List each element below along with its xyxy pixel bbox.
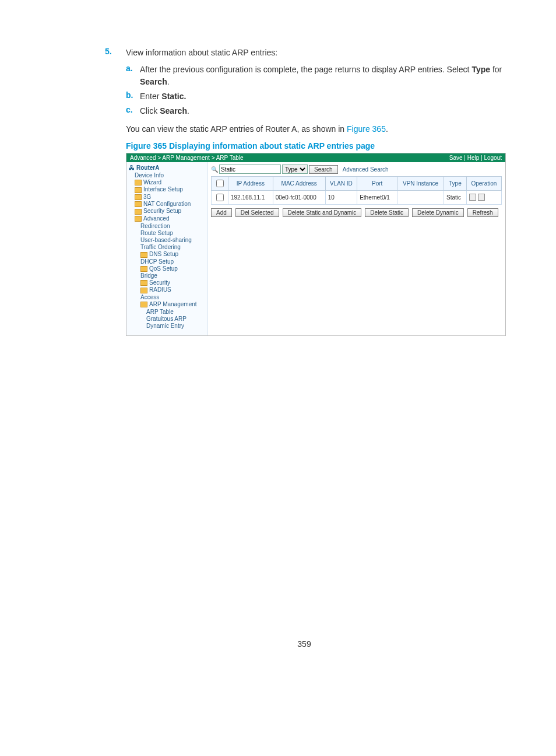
page-number: 359 — [105, 639, 504, 649]
substep-c-letter: c. — [126, 105, 140, 114]
sidebar-item[interactable]: QoS Setup — [140, 265, 205, 272]
row-checkbox[interactable] — [216, 194, 224, 201]
cell-type: Static — [444, 191, 467, 205]
step-number: 5. — [105, 47, 126, 56]
delete-static-button[interactable]: Delete Static — [365, 208, 409, 217]
figure-caption: Figure 365 Displaying information about … — [126, 141, 504, 150]
sidebar: 🖧 RouterA Device Info Wizard Interface S… — [126, 162, 207, 335]
figure-link[interactable]: Figure 365 — [347, 124, 386, 134]
refresh-button[interactable]: Refresh — [467, 208, 498, 217]
search-input[interactable] — [219, 164, 281, 174]
main-panel: 🔍 Type Search Advanced Search IP Address… — [207, 162, 505, 335]
result-note: You can view the static ARP entries of R… — [126, 123, 504, 135]
col-mac[interactable]: MAC Address — [273, 177, 325, 191]
sidebar-item[interactable]: NAT Configuration — [135, 201, 205, 207]
sidebar-item[interactable]: DHCP Setup — [140, 258, 205, 265]
del-selected-button[interactable]: Del Selected — [235, 208, 279, 217]
sidebar-item[interactable]: Security — [140, 279, 205, 286]
search-icon: 🔍 — [211, 166, 218, 173]
sidebar-item[interactable]: DNS Setup — [140, 251, 205, 257]
sidebar-item[interactable]: RADIUS — [140, 286, 205, 293]
breadcrumb: Advanced > ARP Management > ARP Table — [130, 155, 244, 161]
substep-a-text: After the previous configuration is comp… — [140, 64, 504, 88]
table-row: 192.168.11.1 00e0-fc01-0000 10 Ethernet0… — [212, 191, 502, 205]
screenshot: Advanced > ARP Management > ARP Table Sa… — [126, 153, 506, 336]
sidebar-item[interactable]: Device Info — [135, 172, 205, 178]
cell-mac: 00e0-fc01-0000 — [273, 191, 325, 205]
col-type[interactable]: Type — [444, 177, 467, 191]
col-vlan[interactable]: VLAN ID — [325, 177, 357, 191]
sidebar-item[interactable]: Route Setup — [140, 230, 205, 236]
sidebar-item[interactable]: Access — [140, 294, 205, 300]
cell-vlan: 10 — [325, 191, 357, 205]
sidebar-item[interactable]: User-based-sharing — [140, 237, 205, 243]
cell-vpn — [397, 191, 444, 205]
sidebar-item[interactable]: Redirection — [140, 223, 205, 229]
device-root[interactable]: 🖧 RouterA — [129, 164, 205, 171]
delete-static-dynamic-button[interactable]: Delete Static and Dynamic — [283, 208, 362, 217]
col-vpn[interactable]: VPN Instance — [397, 177, 444, 191]
sidebar-item[interactable]: Bridge — [140, 272, 205, 279]
substep-b-text: Enter Static. — [140, 90, 504, 103]
sidebar-item[interactable]: ARP Table — [146, 309, 205, 315]
select-all-checkbox[interactable] — [216, 180, 224, 187]
col-port[interactable]: Port — [357, 177, 397, 191]
sidebar-item[interactable]: Security Setup — [135, 208, 205, 214]
substep-b-letter: b. — [126, 90, 140, 100]
arp-table: IP Address MAC Address VLAN ID Port VPN … — [211, 176, 502, 205]
add-button[interactable]: Add — [211, 208, 232, 217]
substep-a-letter: a. — [126, 64, 140, 73]
sidebar-item[interactable]: Wizard — [135, 179, 205, 186]
cell-port: Ethernet0/1 — [357, 191, 397, 205]
delete-icon[interactable] — [478, 194, 485, 201]
sidebar-item[interactable]: Gratuitous ARP — [146, 316, 205, 322]
sidebar-item[interactable]: 3G — [135, 194, 205, 200]
advanced-search-link[interactable]: Advanced Search — [343, 166, 389, 173]
sidebar-item[interactable]: Dynamic Entry — [146, 323, 205, 329]
edit-icon[interactable] — [469, 194, 476, 201]
sidebar-item[interactable]: ARP Management — [140, 301, 205, 307]
sidebar-item[interactable]: Interface Setup — [135, 186, 205, 192]
search-button[interactable]: Search — [309, 165, 338, 174]
cell-ip: 192.168.11.1 — [228, 191, 273, 205]
step-text: View information about static ARP entrie… — [126, 47, 504, 59]
col-operation: Operation — [466, 177, 501, 191]
top-links[interactable]: Save | Help | Logout — [449, 155, 502, 161]
col-ip[interactable]: IP Address — [228, 177, 273, 191]
sidebar-item[interactable]: Advanced — [135, 215, 205, 222]
device-icon: 🖧 — [129, 164, 135, 171]
search-type-select[interactable]: Type — [282, 164, 308, 174]
sidebar-item[interactable]: Traffic Ordering — [140, 244, 205, 250]
delete-dynamic-button[interactable]: Delete Dynamic — [412, 208, 464, 217]
substep-c-text: Click Search. — [140, 105, 504, 117]
